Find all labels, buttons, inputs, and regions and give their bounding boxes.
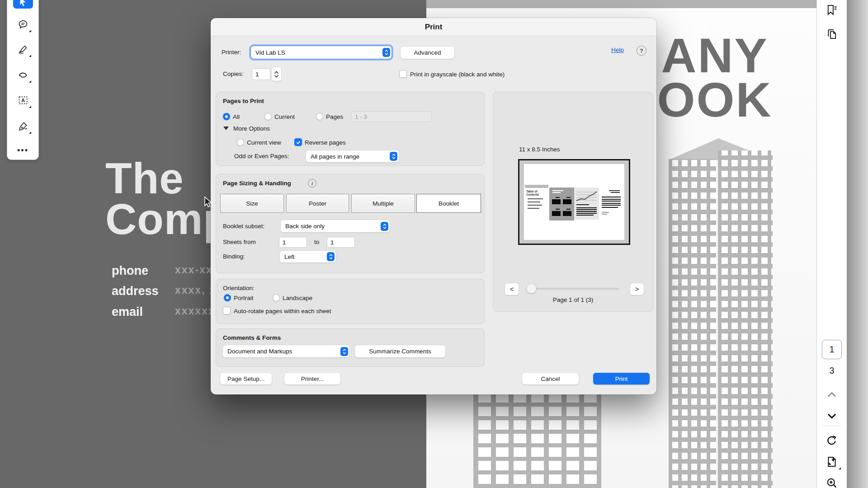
pages-radio[interactable] (316, 113, 323, 120)
current-page-radio[interactable] (264, 113, 272, 120)
disclosure-triangle-icon[interactable] (223, 127, 229, 130)
fit-page-button[interactable] (826, 455, 838, 468)
fit-page-icon (826, 455, 838, 468)
more-options-label[interactable]: More Options (233, 125, 270, 132)
preview-zoom-slider[interactable] (526, 288, 619, 290)
draw-tool-button[interactable] (16, 68, 30, 82)
select-chevrons-icon (382, 48, 390, 57)
comment-tool-button[interactable] (16, 18, 30, 31)
booklet-subset-value: Back side only (285, 223, 325, 230)
thumb-decor (556, 197, 560, 198)
cancel-button[interactable]: Cancel (522, 373, 579, 385)
binding-select[interactable]: Left (280, 251, 336, 263)
reverse-pages-checkbox[interactable] (294, 138, 302, 146)
building-tower-right-face (718, 150, 773, 488)
size-mode-button[interactable]: Size (220, 194, 284, 213)
summarize-comments-button[interactable]: Summarize Comments (355, 345, 445, 357)
preview-page-status: Page 1 of 1 (3) (493, 296, 653, 303)
next-page-button[interactable] (826, 409, 838, 422)
fill-sign-tool-button[interactable] (16, 119, 30, 133)
help-circle-icon[interactable]: ? (637, 46, 646, 56)
thumb-decor (566, 197, 571, 198)
thumb-decor (609, 190, 620, 191)
thumb-decor (602, 212, 609, 213)
bookmarks-panel-button[interactable] (826, 4, 838, 16)
landscape-radio[interactable] (273, 294, 280, 301)
thumb-decor (552, 192, 561, 193)
select-tool-button[interactable] (13, 0, 33, 9)
help-link[interactable]: Help (611, 47, 624, 53)
booklet-subset-label: Booklet subset: (223, 223, 264, 230)
contact-row-address: address xxxx, xx (112, 284, 223, 298)
copies-input[interactable]: 1 (252, 68, 270, 80)
cursor-arrow-icon (17, 0, 29, 8)
highlight-tool-button[interactable] (16, 42, 30, 56)
booklet-mode-button[interactable]: Booklet (416, 194, 481, 213)
canvas-gap (426, 0, 816, 8)
current-view-radio[interactable] (237, 139, 244, 146)
printer-settings-button[interactable]: Printer... (284, 373, 340, 385)
thumb-decor (556, 209, 560, 210)
zoom-in-button[interactable] (826, 477, 838, 488)
orientation-title: Orientation: (223, 285, 255, 291)
copies-stepper[interactable] (272, 67, 281, 81)
multiple-mode-button[interactable]: Multiple (351, 194, 415, 213)
text-selection-tool-button[interactable]: A (16, 94, 30, 107)
thumb-decor (602, 205, 621, 206)
poster-mode-button[interactable]: Poster (286, 194, 349, 213)
comments-forms-value: Document and Markups (227, 348, 292, 355)
more-tools-button[interactable]: ••• (16, 143, 30, 157)
lasso-draw-icon (17, 69, 29, 81)
printer-select[interactable]: Vid Lab LS (251, 46, 392, 59)
portrait-label: Portrait (234, 295, 254, 301)
odd-even-select[interactable]: All pages in range (306, 150, 399, 162)
autorotate-checkbox[interactable] (223, 307, 231, 314)
thumb-decor (552, 190, 563, 191)
thumb-decor (528, 198, 543, 199)
rotate-page-button[interactable] (826, 434, 838, 447)
page-thumbnails-button[interactable] (826, 28, 838, 40)
comments-forms-select[interactable]: Document and Markups (223, 345, 349, 357)
thumb-line-chart (574, 189, 599, 203)
current-page-input[interactable]: 1 (822, 340, 842, 359)
sheets-to-input[interactable]: 1 (327, 237, 355, 248)
pages-to-print-panel: Pages to Print All Current Pages 1 - 3 M… (216, 92, 485, 166)
paper-size-label: 11 x 8.5 Inches (519, 146, 560, 153)
thumb-decor (576, 211, 597, 212)
select-chevrons-icon (340, 347, 348, 356)
print-button[interactable]: Print (593, 373, 650, 385)
thumb-decor (576, 215, 594, 216)
all-pages-radio[interactable] (223, 113, 230, 120)
contact-label: phone (112, 264, 175, 278)
portrait-radio[interactable] (224, 294, 231, 301)
binding-label: Binding: (223, 253, 245, 260)
preview-frame: Table of Contents (518, 159, 630, 245)
preview-next-button[interactable]: > (630, 283, 644, 295)
contact-row-email: email xxxxxxx (112, 305, 222, 319)
previous-page-button[interactable] (826, 389, 838, 401)
preview-panel: 11 x 8.5 Inches Table of Contents (493, 92, 653, 312)
booklet-subset-select[interactable]: Back side only (281, 220, 390, 232)
rotate-icon (826, 434, 838, 447)
landscape-label: Landscape (283, 295, 312, 301)
thumb-decor (525, 185, 548, 188)
thumb-decor (576, 207, 597, 208)
orientation-panel: Orientation: Portrait Landscape Auto-rot… (216, 279, 485, 324)
comment-bubble-icon (17, 19, 29, 30)
preview-prev-button[interactable]: < (505, 283, 519, 295)
page-setup-button[interactable]: Page Setup... (220, 373, 272, 385)
advanced-button[interactable]: Advanced (401, 47, 454, 59)
info-circle-icon[interactable]: i (308, 179, 316, 188)
odd-even-select-value: All pages in range (311, 153, 359, 160)
thumb-decor (563, 199, 571, 204)
thumb-decor (602, 199, 621, 200)
pages-range-input[interactable]: 1 - 3 (351, 111, 432, 122)
grayscale-checkbox[interactable] (399, 70, 407, 78)
contact-label: email (112, 305, 175, 319)
preview-zoom-slider-thumb[interactable] (527, 284, 536, 293)
autorotate-label: Auto-rotate pages within each sheet (234, 308, 331, 314)
thumb-decor (552, 199, 561, 204)
submenu-corner-icon (32, 7, 34, 9)
all-pages-label: All (233, 113, 240, 120)
sheets-from-input[interactable]: 1 (279, 237, 307, 248)
